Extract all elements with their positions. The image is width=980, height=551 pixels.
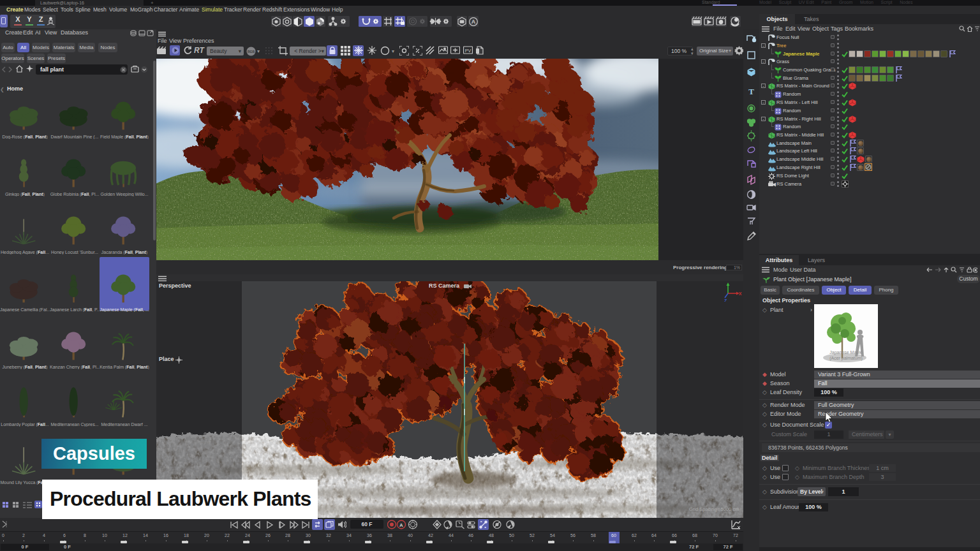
svg-text:(Acer palmatum): (Acer palmatum) [829, 356, 863, 361]
svg-text:T: T [748, 87, 754, 96]
svg-text:PV: PV [465, 48, 471, 53]
svg-text:A: A [471, 18, 476, 25]
svg-text:Z: Z [724, 298, 727, 302]
svg-text:Japanese Maple: Japanese Maple [829, 350, 862, 355]
svg-text:X: X [739, 291, 742, 296]
svg-text:RGB: RGB [248, 50, 255, 54]
svg-text:A: A [399, 522, 403, 528]
